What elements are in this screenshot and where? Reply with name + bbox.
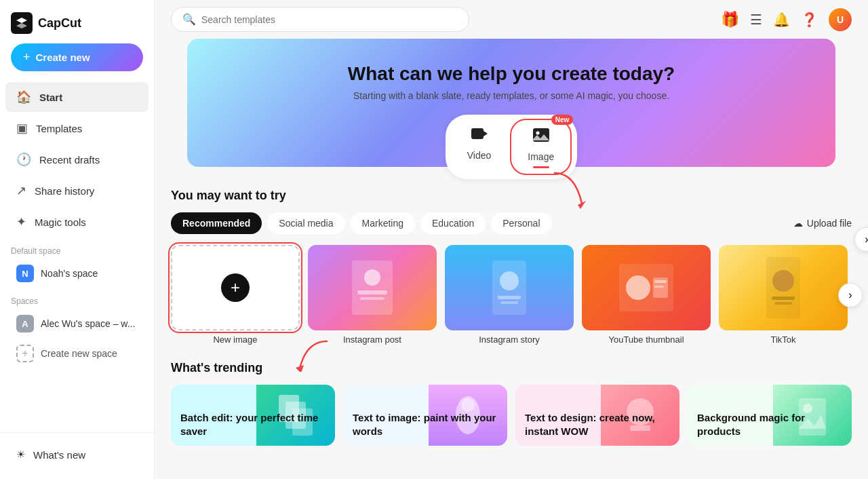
bell-icon[interactable]: 🔔: [773, 12, 790, 28]
svg-rect-13: [500, 301, 518, 304]
svg-rect-22: [774, 302, 792, 305]
templates-icon: ▣: [16, 121, 28, 136]
tiktok-card[interactable]: [719, 245, 848, 330]
sidebar-item-templates-label: Templates: [36, 123, 82, 134]
menu-icon[interactable]: ☰: [750, 12, 762, 28]
gift-icon[interactable]: 🎁: [721, 11, 739, 28]
video-tab-icon: [470, 124, 489, 147]
filter-recommended[interactable]: Recommended: [171, 212, 262, 234]
alec-space-label: Alec Wu's space – w...: [41, 318, 135, 329]
new-image-card[interactable]: +: [171, 245, 300, 330]
create-space-label: Create new space: [41, 348, 117, 359]
create-space-icon: +: [16, 345, 34, 362]
svg-rect-21: [772, 296, 795, 300]
sidebar-item-share-history-label: Share history: [35, 185, 94, 197]
magic-icon: ✦: [16, 214, 26, 229]
whats-new-icon: ☀: [16, 448, 25, 461]
annotation-arrow-new-image: [293, 338, 334, 375]
youtube-thumbnail-thumb: [582, 245, 711, 330]
youtube-thumbnail-card[interactable]: [582, 245, 711, 330]
upload-label: Upload file: [807, 218, 852, 229]
youtube-thumbnail-card-wrapper: YouTube thumbnail: [582, 245, 711, 345]
sidebar-item-start[interactable]: 🏠 Start: [5, 82, 149, 112]
clock-icon: 🕐: [16, 152, 31, 167]
new-image-plus-icon: +: [221, 273, 250, 302]
filter-personal[interactable]: Personal: [491, 212, 551, 234]
svg-point-28: [461, 398, 475, 412]
hero-wrapper: What can we help you create today? Start…: [155, 39, 868, 167]
svg-rect-1: [471, 128, 484, 139]
noahs-space-label: Noah's space: [41, 268, 98, 279]
tiktok-label: TikTok: [719, 334, 848, 345]
svg-rect-9: [360, 297, 384, 300]
tiktok-thumb: [719, 245, 848, 330]
topbar-right: 🎁 ☰ 🔔 ❓ U: [721, 8, 852, 31]
help-icon[interactable]: ❓: [801, 12, 818, 28]
whats-new-item[interactable]: ☀ What's new: [5, 441, 149, 468]
hero-banner: What can we help you create today? Start…: [187, 39, 835, 167]
filter-marketing[interactable]: Marketing: [351, 212, 415, 234]
topbar: 🔍 🎁 ☰ 🔔 ❓ U: [155, 0, 868, 39]
try-section: You may want to try Recommended Social m…: [155, 167, 868, 345]
noahs-space-item[interactable]: N Noah's space: [5, 258, 149, 288]
svg-rect-18: [654, 286, 664, 288]
trending-card-background-magic[interactable]: Background magic for products: [688, 385, 852, 446]
sidebar-item-magic-tools-label: Magic tools: [35, 216, 86, 228]
trending-section: What's trending Batch edit: your perfect…: [155, 345, 868, 446]
trending-card-text-to-design[interactable]: Text to design: create now, instant WOW: [515, 385, 679, 446]
svg-point-11: [500, 271, 519, 290]
trending-card-batch-edit[interactable]: Batch edit: your perfect time saver: [171, 385, 335, 446]
hero-title: What can we help you create today?: [203, 63, 819, 85]
video-tab[interactable]: Video: [451, 119, 508, 175]
instagram-post-thumb: [308, 245, 437, 330]
youtube-thumbnail-label: YouTube thumbnail: [582, 334, 711, 345]
main-content: 🔍 🎁 ☰ 🔔 ❓ U What can we help you create …: [155, 0, 868, 479]
image-tab[interactable]: New Image: [510, 119, 572, 175]
whats-new-label: What's new: [33, 449, 85, 461]
svg-point-4: [536, 132, 539, 135]
upload-icon: ☁: [793, 218, 803, 229]
try-section-title: You may want to try: [171, 189, 852, 203]
sidebar-item-recent-drafts-label: Recent drafts: [39, 154, 100, 166]
video-tab-label: Video: [467, 150, 492, 161]
trending-card-text-to-image[interactable]: Text to image: paint with your words: [343, 385, 507, 446]
trending-title: What's trending: [171, 361, 852, 375]
search-input[interactable]: [201, 14, 458, 25]
new-badge: New: [551, 115, 574, 125]
new-image-card-wrapper: + New image: [171, 245, 300, 345]
instagram-post-card-wrapper: Instagram post: [308, 245, 437, 345]
svg-point-7: [364, 269, 380, 286]
user-avatar[interactable]: U: [829, 8, 852, 31]
instagram-story-card[interactable]: [445, 245, 574, 330]
alec-space-avatar: A: [16, 315, 34, 332]
instagram-post-card[interactable]: [308, 245, 437, 330]
svg-point-15: [626, 275, 650, 300]
hero-subtitle: Starting with a blank slate, ready templ…: [203, 90, 819, 101]
sidebar: CapCut + Create new 🏠 Start ▣ Templates …: [0, 0, 155, 479]
filter-social-media[interactable]: Social media: [267, 212, 344, 234]
plus-icon: +: [23, 50, 31, 64]
sidebar-item-share-history[interactable]: ↗ Share history: [5, 176, 149, 206]
trending-grid: Batch edit: your perfect time saver Text…: [171, 385, 852, 446]
sidebar-item-start-label: Start: [39, 92, 62, 103]
tiktok-card-wrapper: TikTok: [719, 245, 848, 345]
sidebar-item-templates[interactable]: ▣ Templates: [5, 113, 149, 143]
search-icon: 🔍: [182, 13, 196, 26]
alec-space-item[interactable]: A Alec Wu's space – w...: [5, 309, 149, 339]
sidebar-item-recent-drafts[interactable]: 🕐 Recent drafts: [5, 145, 149, 174]
create-new-label: Create new: [36, 52, 90, 63]
svg-rect-12: [498, 296, 521, 299]
home-icon: 🏠: [16, 90, 31, 104]
svg-rect-6: [352, 261, 393, 315]
create-new-button[interactable]: + Create new: [11, 43, 143, 71]
svg-rect-8: [357, 290, 387, 294]
grid-next-button[interactable]: ›: [838, 283, 863, 307]
noahs-space-avatar: N: [16, 265, 34, 282]
logo-text: CapCut: [38, 16, 81, 31]
sidebar-item-magic-tools[interactable]: ✦ Magic tools: [5, 207, 149, 237]
filter-education[interactable]: Education: [420, 212, 486, 234]
upload-file-button[interactable]: ☁ Upload file: [793, 218, 852, 229]
create-new-space-button[interactable]: + Create new space: [5, 339, 149, 368]
trending-card-batch-edit-text: Batch edit: your perfect time saver: [180, 411, 326, 438]
logo: CapCut: [0, 0, 154, 43]
